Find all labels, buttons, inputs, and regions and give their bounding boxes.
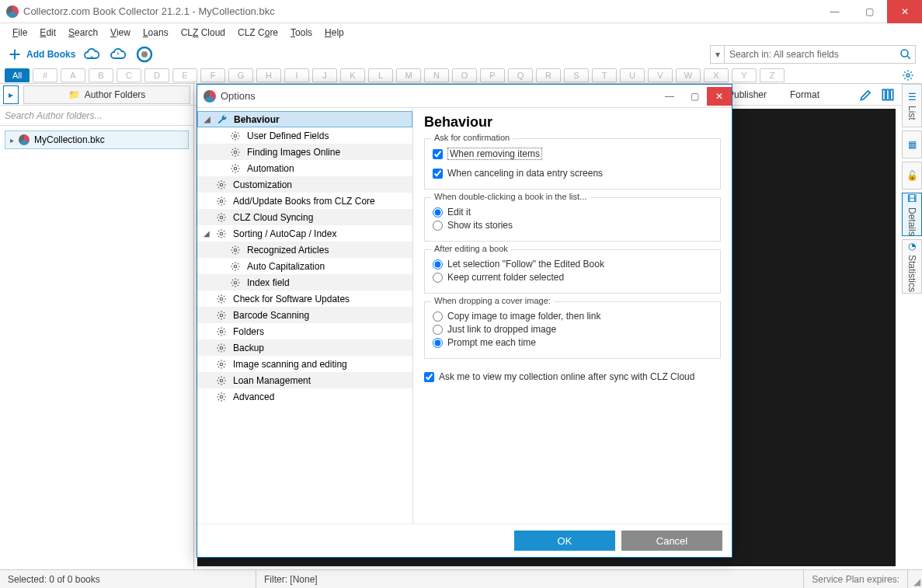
radio-prompt[interactable] [433, 338, 443, 348]
alpha-L[interactable]: L [368, 68, 393, 82]
col-format[interactable]: Format [790, 89, 819, 100]
menu-clzcloud[interactable]: CLZ Cloud [176, 26, 230, 40]
radio-copy-link[interactable] [433, 311, 443, 322]
opt-image-scanning-and-editing[interactable]: Image scanning and editing [197, 356, 412, 372]
menu-help[interactable]: Help [320, 26, 349, 40]
alpha-R[interactable]: R [536, 68, 561, 82]
chk-remove-items[interactable] [433, 149, 443, 159]
alpha-A[interactable]: A [61, 68, 85, 82]
chk-view-online[interactable] [424, 372, 434, 382]
search-icon[interactable] [896, 45, 915, 64]
alpha-C[interactable]: C [117, 68, 141, 82]
resize-grip[interactable]: ◢ [908, 570, 922, 589]
alpha-J[interactable]: J [312, 68, 337, 82]
menu-view[interactable]: View [106, 26, 135, 40]
opt-barcode-scanning[interactable]: Barcode Scanning [197, 307, 412, 323]
cloud-down-icon[interactable] [82, 44, 102, 64]
minimize-button[interactable]: — [817, 0, 852, 23]
opt-index-field[interactable]: Index field [197, 274, 412, 291]
alpha-B[interactable]: B [89, 68, 113, 82]
chk-cancel-entry[interactable] [433, 169, 443, 179]
opt-add-update-books-from-clz-core[interactable]: Add/Update Books from CLZ Core [197, 193, 412, 209]
add-books-button[interactable]: Add Books [6, 46, 75, 63]
author-folders-button[interactable]: 📁 Author Folders [23, 85, 190, 104]
side-tab-lock[interactable]: 🔓 [902, 162, 922, 190]
alpha-Q[interactable]: Q [508, 68, 533, 82]
opt-customization[interactable]: Customization [197, 176, 412, 193]
opt-check-for-software-updates[interactable]: Check for Software Updates [197, 291, 412, 307]
ok-button[interactable]: OK [514, 531, 615, 551]
alpha-E[interactable]: E [172, 68, 197, 82]
side-tab-details[interactable]: 🎞 Details [902, 193, 922, 236]
alpha-K[interactable]: K [340, 68, 365, 82]
alpha-F[interactable]: F [200, 68, 225, 82]
opt-sorting-autocap-index[interactable]: ◢Sorting / AutoCap / Index [197, 225, 412, 242]
columns-icon[interactable] [880, 87, 896, 103]
alpha-U[interactable]: U [620, 68, 645, 82]
opt-recognized-articles[interactable]: Recognized Articles [197, 242, 412, 258]
opt-folders[interactable]: Folders [197, 323, 412, 339]
options-tree: ◢BehaviourUser Defined FieldsFinding Ima… [197, 108, 413, 524]
opt-user-defined-fields[interactable]: User Defined Fields [197, 127, 412, 144]
alpha-H[interactable]: H [256, 68, 281, 82]
search-authors-input[interactable]: Search Author folders... [0, 106, 193, 126]
svg-point-1 [141, 51, 148, 57]
search-scope-dropdown[interactable]: ▾ [711, 46, 725, 63]
col-publisher[interactable]: Publisher [728, 89, 767, 100]
menu-search[interactable]: Search [64, 26, 103, 40]
edit-columns-icon[interactable] [858, 87, 874, 103]
radio-show-stories[interactable] [433, 221, 443, 231]
alpha-S[interactable]: S [564, 68, 589, 82]
menu-loans[interactable]: Loans [138, 26, 173, 40]
alpha-M[interactable]: M [396, 68, 421, 82]
maximize-button[interactable]: ▢ [852, 0, 887, 23]
menu-clzcore[interactable]: CLZ Core [233, 26, 283, 40]
menu-bar: File Edit Search View Loans CLZ Cloud CL… [0, 23, 922, 42]
collection-tree-item[interactable]: ▸ MyCollection.bkc [5, 130, 189, 149]
alpha-W[interactable]: W [676, 68, 701, 82]
options-content: Behaviour Ask for confirmation When remo… [413, 108, 732, 524]
side-tab-grid[interactable]: ▦ [902, 130, 922, 158]
opt-clz-cloud-syncing[interactable]: CLZ Cloud Syncing [197, 209, 412, 225]
search-input[interactable]: Search in: All search fields [725, 49, 896, 60]
dialog-minimize[interactable]: — [657, 87, 682, 106]
side-tab-list[interactable]: ☰ List [902, 84, 922, 127]
opt-loan-management[interactable]: Loan Management [197, 372, 412, 388]
opt-finding-images-online[interactable]: Finding Images Online [197, 144, 412, 160]
close-button[interactable]: ✕ [887, 0, 922, 23]
menu-file[interactable]: File [8, 26, 32, 40]
alpha-O[interactable]: O [452, 68, 477, 82]
alpha-D[interactable]: D [144, 68, 169, 82]
alpha-#[interactable]: # [33, 68, 57, 82]
menu-tools[interactable]: Tools [286, 26, 317, 40]
alpha-I[interactable]: I [284, 68, 309, 82]
opt-automation[interactable]: Automation [197, 160, 412, 176]
dialog-maximize[interactable]: ▢ [682, 87, 707, 106]
radio-follow[interactable] [433, 259, 443, 270]
cloud-up-icon[interactable] [108, 44, 128, 64]
radio-keep-folder[interactable] [433, 273, 443, 283]
radio-just-link[interactable] [433, 325, 443, 335]
cancel-button[interactable]: Cancel [621, 531, 722, 551]
dialog-close[interactable]: ✕ [707, 87, 732, 106]
alpha-V[interactable]: V [648, 68, 673, 82]
alpha-T[interactable]: T [592, 68, 617, 82]
alpha-P[interactable]: P [480, 68, 505, 82]
alpha-Z[interactable]: Z [760, 68, 785, 82]
side-tab-statistics[interactable]: ◔ Statistics [902, 239, 922, 294]
menu-edit[interactable]: Edit [35, 26, 61, 40]
alpha-G[interactable]: G [228, 68, 253, 82]
opt-backup[interactable]: Backup [197, 339, 412, 356]
core-icon[interactable] [134, 44, 155, 64]
alpha-settings-icon[interactable] [902, 69, 917, 82]
collapse-left-button[interactable]: ▸ [3, 85, 19, 104]
opt-advanced[interactable]: Advanced [197, 388, 412, 405]
alpha-Y[interactable]: Y [732, 68, 757, 82]
svg-point-16 [234, 281, 237, 284]
radio-edit-it[interactable] [433, 207, 443, 217]
opt-behaviour[interactable]: ◢Behaviour [197, 111, 412, 127]
alpha-X[interactable]: X [704, 68, 729, 82]
alpha-N[interactable]: N [424, 68, 449, 82]
opt-auto-capitalization[interactable]: Auto Capitalization [197, 258, 412, 274]
alpha-all[interactable]: All [5, 68, 30, 82]
